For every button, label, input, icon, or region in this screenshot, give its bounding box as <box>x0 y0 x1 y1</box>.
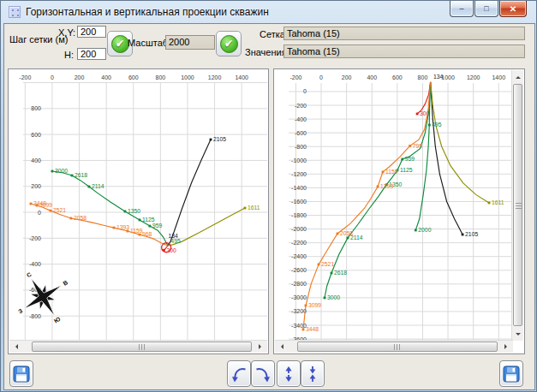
station-marker <box>324 297 326 300</box>
series-well-1611: 1611 <box>431 82 504 205</box>
minimize-button[interactable]: – <box>450 1 474 17</box>
svg-text:800: 800 <box>418 74 428 80</box>
app-icon <box>9 6 21 18</box>
values-font-label: Значения <box>245 47 287 57</box>
series-well-3448: 968115913932058252130993448 <box>30 200 168 246</box>
station-label: 1159 <box>130 228 143 234</box>
close-button[interactable]: ✕ <box>499 1 527 17</box>
scroll-left-arrow[interactable] <box>275 341 289 353</box>
svg-text:-600: -600 <box>295 130 307 136</box>
series-well-2105: 2105 <box>168 136 226 246</box>
svg-text:800: 800 <box>31 105 41 111</box>
svg-text:-2400: -2400 <box>291 253 307 259</box>
svg-text:-800: -800 <box>295 144 307 150</box>
redo-curved-arrow-icon <box>254 365 272 383</box>
dialog-content: Шаг сетки (м) X,Y: 200 H: 200 ✔ Масштаб … <box>4 24 534 389</box>
cluster-label: 134 <box>433 74 444 80</box>
titlebar: Горизонтальная и вертикальная проекции с… <box>1 1 536 24</box>
station-marker <box>139 219 141 222</box>
svg-text:-2200: -2200 <box>291 240 307 246</box>
svg-text:600: 600 <box>31 132 41 138</box>
station-marker <box>382 171 385 174</box>
svg-text:-3200: -3200 <box>291 308 307 314</box>
vertical-projection-chart[interactable]: -20002004006008001000120014000-200-400-6… <box>275 70 513 341</box>
station-label: 795 <box>413 143 423 149</box>
horizontal-projection-panel: -200020040060080010001200140080060040020… <box>8 68 269 354</box>
scroll-right-arrow[interactable] <box>254 341 267 353</box>
station-label: 1393 <box>380 183 393 189</box>
station-marker <box>428 124 431 127</box>
station-label: 1611 <box>248 205 260 211</box>
horizontal-scrollbar[interactable] <box>275 340 513 353</box>
expand-vertical-button[interactable] <box>277 360 301 387</box>
station-label: 3000 <box>55 168 68 174</box>
scroll-right-arrow[interactable] <box>499 341 513 353</box>
horizontal-scrollbar[interactable] <box>9 340 267 353</box>
scroll-down-arrow[interactable] <box>512 328 523 341</box>
svg-text:-3000: -3000 <box>291 294 307 300</box>
h-input[interactable]: 200 <box>77 48 106 60</box>
station-label: 3099 <box>308 302 321 308</box>
station-marker <box>377 186 379 188</box>
station-marker <box>337 233 339 235</box>
svg-text:-1400: -1400 <box>291 185 307 191</box>
h-label: H: <box>64 50 74 60</box>
station-label: 2114 <box>92 183 104 189</box>
vertical-projection-panel: -20002004006008001000120014000-200-400-6… <box>273 68 525 354</box>
compass-east-label: В <box>62 279 69 287</box>
svg-text:-2600: -2600 <box>291 267 307 273</box>
fit-vertical-icon <box>303 365 322 383</box>
station-label: 3000 <box>327 294 340 300</box>
compass-rose-icon: С В Ю З <box>9 263 77 331</box>
svg-text:200: 200 <box>31 183 41 189</box>
values-font-button[interactable]: Tahoma (15) <box>283 45 525 58</box>
station-marker <box>488 202 491 205</box>
svg-text:400: 400 <box>367 74 377 80</box>
station-label: 2618 <box>75 172 87 178</box>
station-marker <box>416 113 419 116</box>
station-marker <box>71 175 74 177</box>
undo-button[interactable] <box>227 360 251 387</box>
apply-scale-button[interactable]: ✔ <box>216 31 242 56</box>
xy-input[interactable]: 200 <box>77 26 106 38</box>
scroll-left-arrow[interactable] <box>9 341 23 353</box>
save-right-button[interactable] <box>499 360 523 387</box>
station-marker <box>305 305 307 307</box>
station-marker <box>462 234 464 236</box>
svg-text:-200: -200 <box>289 74 301 80</box>
station-marker <box>318 264 320 266</box>
svg-text:1400: 1400 <box>235 74 248 80</box>
station-label: 959 <box>152 223 163 229</box>
svg-text:1000: 1000 <box>441 74 455 80</box>
svg-text:-1600: -1600 <box>291 199 307 205</box>
compass-north-label: С <box>26 271 33 279</box>
compass-south-label: Ю <box>53 316 62 324</box>
save-left-button[interactable] <box>9 360 33 387</box>
station-label: 2521 <box>53 207 66 213</box>
scrollbar-thumb[interactable] <box>32 342 252 352</box>
svg-text:-1800: -1800 <box>291 212 307 218</box>
save-floppy-icon <box>503 365 520 383</box>
svg-text:-200: -200 <box>29 235 41 241</box>
svg-text:1200: 1200 <box>208 74 222 80</box>
vertical-scrollbar[interactable] <box>511 70 523 341</box>
scrollbar-thumb[interactable] <box>297 342 498 352</box>
scale-input[interactable]: 2000 <box>165 35 215 50</box>
scrollbar-thumb[interactable] <box>513 84 522 326</box>
svg-text:800: 800 <box>156 74 166 80</box>
scroll-up-arrow[interactable] <box>512 70 523 83</box>
station-label: 959 <box>405 156 415 162</box>
fit-vertical-button[interactable] <box>301 360 325 387</box>
station-marker <box>113 227 116 229</box>
save-floppy-icon <box>13 365 30 383</box>
station-label: 2058 <box>74 215 87 221</box>
station-marker <box>124 211 127 213</box>
redo-button[interactable] <box>251 360 275 387</box>
maximize-button[interactable]: □ <box>474 1 498 17</box>
station-label: 968 <box>142 231 152 237</box>
svg-text:0: 0 <box>319 74 323 80</box>
window-title: Горизонтальная и вертикальная проекции с… <box>26 6 269 18</box>
grid-font-button[interactable]: Tahoma (15) <box>283 27 525 40</box>
svg-text:-2000: -2000 <box>291 226 307 232</box>
station-label: 1125 <box>400 167 413 173</box>
